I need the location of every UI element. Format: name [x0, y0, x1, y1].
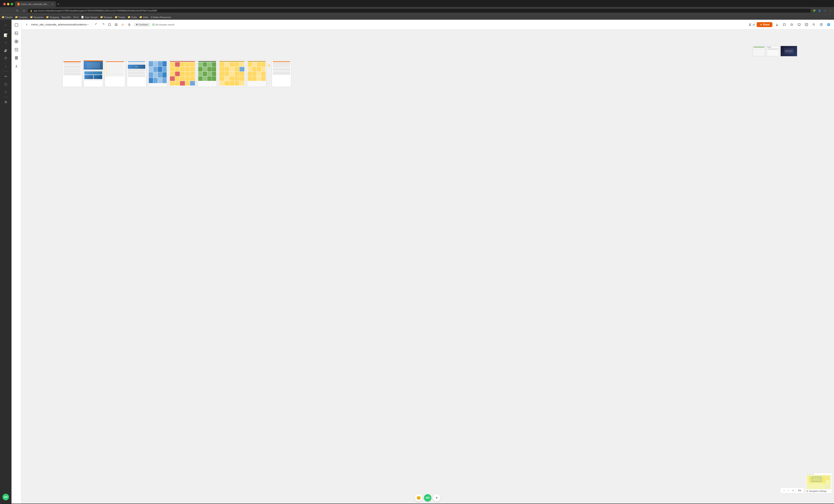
library-tool[interactable] — [13, 54, 20, 62]
bookmark-typesample[interactable]: 📄 Type Sample — [81, 16, 98, 19]
frame-image-text[interactable] — [84, 60, 103, 87]
zoom-reset-button[interactable]: ○ — [787, 489, 790, 492]
window-maximize[interactable] — [11, 3, 13, 5]
sticky-note-tool[interactable] — [13, 21, 20, 29]
undo-button[interactable] — [93, 22, 99, 27]
navigation-settings-button[interactable]: ⚙ Navigation Settings — [806, 490, 831, 492]
bookmark-projets[interactable]: 📁 Projets — [115, 16, 125, 19]
top-frame-2[interactable] — [767, 46, 779, 56]
bookmark-shopping[interactable]: 📁 Shopping — [46, 16, 59, 19]
frame-text-list[interactable] — [105, 60, 125, 87]
paint-button[interactable] — [120, 22, 126, 27]
help-icon[interactable] — [818, 22, 824, 27]
bookmark-favoris[interactable]: 📁 Favoris — [2, 16, 13, 19]
sidebar-back-button[interactable]: ← — [2, 21, 9, 29]
minimap-canvas[interactable] — [806, 475, 831, 489]
bookmark-veille[interactable]: 📁 Veille — [139, 16, 148, 19]
gear-icon: ⚙ — [806, 490, 808, 492]
top-frame-dark-image[interactable] — [781, 46, 797, 56]
more-icon[interactable]: ⋮ — [828, 8, 832, 13]
mural-back-button[interactable] — [24, 22, 29, 27]
bookmark-icon: N — [151, 16, 152, 19]
sidebar-pen-icon[interactable]: ✏ — [2, 73, 9, 80]
window-close[interactable] — [3, 3, 6, 5]
sidebar-note-icon[interactable]: 📝 — [2, 31, 9, 39]
timer-button[interactable] — [126, 22, 132, 27]
svg-rect-2 — [15, 24, 18, 26]
sidebar-users-icon[interactable] — [2, 47, 9, 54]
extensions-icon[interactable]: 🧩 — [812, 8, 816, 13]
frame-blue-stickies[interactable] — [148, 60, 168, 87]
add-collaborator-button[interactable]: + — [433, 494, 440, 502]
emoji-button[interactable]: 😊 — [415, 494, 422, 502]
zoom-in-button[interactable]: + — [791, 489, 795, 492]
table-view-icon[interactable] — [804, 22, 809, 27]
svg-rect-8 — [17, 42, 18, 43]
sidebar-cube-icon[interactable]: ⬡ — [2, 81, 9, 88]
top-frame-1[interactable] — [753, 46, 765, 56]
home-button[interactable]: ⊡ — [21, 8, 26, 13]
new-tab-button[interactable]: + — [56, 2, 61, 6]
bookmark-notion[interactable]: N Notion Resources — [151, 16, 171, 19]
sidebar-settings-icon[interactable]: ⚙ — [2, 98, 9, 106]
bookmark-icon: 📁 — [115, 16, 117, 19]
frame-mixed-stickies[interactable] — [169, 60, 196, 87]
bookmark-comptes[interactable]: 📁 Comptes — [15, 16, 27, 19]
export-tool[interactable] — [13, 62, 20, 70]
users-count-badge[interactable]: 10 — [749, 23, 755, 26]
collaborate-icon[interactable] — [826, 22, 832, 27]
canvas-area[interactable]: − ○ + 2% — [21, 29, 834, 504]
bookmark-icon: 📁 — [100, 16, 103, 19]
grid-tool[interactable] — [13, 38, 20, 45]
sidebar-star-icon[interactable]: ☆ — [2, 88, 9, 96]
bookmark-outils[interactable]: 📁 Outils — [128, 16, 137, 19]
bookmark-musique[interactable]: 📁 Musique — [100, 16, 112, 19]
frame-text-doc[interactable] — [62, 60, 82, 87]
sidebar-user-avatar[interactable]: EM — [2, 494, 9, 500]
forward-button[interactable]: › — [8, 8, 13, 13]
active-tab[interactable]: M invivo_site_corporate_arboresc... ✕ — [15, 1, 56, 7]
download-icon[interactable] — [774, 22, 780, 27]
table-tool[interactable] — [13, 46, 20, 53]
bookmark-souvenirs[interactable]: 📁 Souvenirs — [30, 16, 44, 19]
search-icon[interactable] — [811, 22, 817, 27]
zoom-level-display[interactable]: 2% — [797, 489, 803, 492]
chat-icon[interactable] — [782, 22, 787, 27]
tab-close-button[interactable]: ✕ — [52, 3, 53, 5]
back-button[interactable]: ‹ — [2, 8, 6, 13]
frame-text-mixed[interactable] — [127, 60, 146, 87]
presentation-icon[interactable] — [796, 22, 802, 27]
share-button[interactable]: Share — [756, 22, 772, 27]
svg-point-21 — [751, 23, 751, 24]
facilitator-badge[interactable]: Facilitator — [134, 23, 151, 26]
url-text: app.mural.co/t/publicissapient7269/m/pub… — [34, 9, 157, 12]
svg-point-22 — [791, 24, 793, 26]
board-title[interactable]: invivo_site_corporate_arborescence&conte… — [31, 23, 88, 26]
frame-text-right[interactable] — [272, 60, 291, 87]
svg-rect-5 — [15, 40, 16, 41]
bookmark-razorfish[interactable]: Razorfish — [62, 16, 71, 19]
bookmark-pinit[interactable]: Pin It — [73, 16, 79, 19]
favorites-icon[interactable]: ☆ — [823, 8, 827, 13]
user-avatar-bottom[interactable]: EM — [424, 494, 431, 502]
sidebar-timer-icon[interactable]: ⏱ — [2, 55, 9, 62]
reload-button[interactable]: ↻ — [15, 8, 20, 13]
sidebar-download-icon[interactable]: ↓ — [2, 63, 9, 70]
frame-button[interactable] — [107, 22, 112, 27]
sidebar-heart-icon[interactable]: ♡ — [2, 39, 9, 47]
bookmark-icon: 📁 — [128, 16, 131, 19]
comment-icon[interactable] — [789, 22, 795, 27]
zoom-out-button[interactable]: − — [782, 489, 786, 492]
frame-green-stickies[interactable] — [197, 60, 217, 87]
image-tool[interactable] — [13, 29, 20, 37]
window-minimize[interactable] — [7, 3, 9, 5]
svg-point-29 — [821, 25, 821, 25]
redo-button[interactable] — [100, 22, 106, 27]
marker-yellow — [268, 64, 270, 66]
profile-icon[interactable]: 👤 — [817, 8, 822, 13]
url-bar[interactable]: 🔒 app.mural.co/t/publicissapient7269/m/p… — [28, 9, 811, 13]
checkbox-button[interactable] — [113, 22, 119, 27]
frame-yellow-stickies-wide[interactable] — [219, 60, 245, 87]
frame-yellow-stickies-narrow[interactable] — [247, 60, 266, 87]
svg-point-27 — [813, 24, 814, 25]
